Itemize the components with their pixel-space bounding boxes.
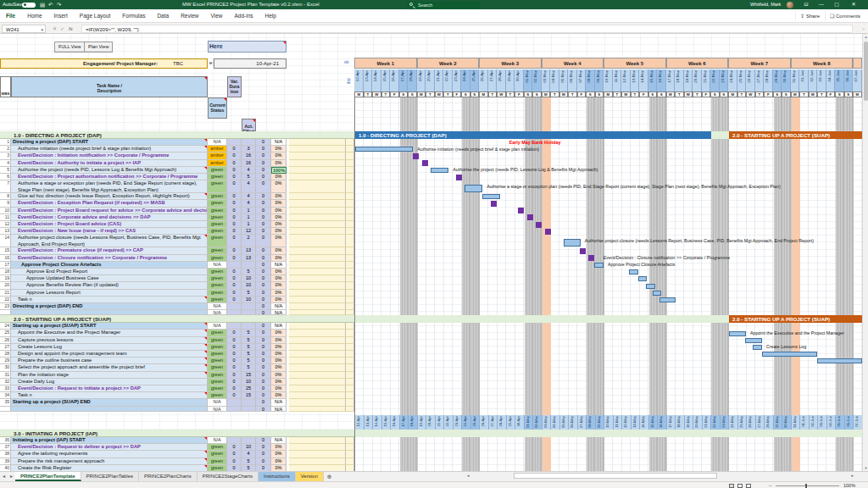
cell-current-status[interactable]: green xyxy=(208,255,227,262)
cell-pct-comp[interactable]: 0% xyxy=(271,282,287,289)
redo-icon[interactable]: ↷ xyxy=(57,0,61,9)
sheet-tab-version[interactable]: Version xyxy=(296,472,324,481)
cell-current-status[interactable]: green xyxy=(208,221,227,228)
cell-day[interactable] xyxy=(346,160,354,167)
col-header-var-duration[interactable]: Var. Dura tion xyxy=(227,76,242,97)
cell-wbs[interactable]: 3 xyxy=(0,152,11,159)
cell-current-status[interactable]: N/A xyxy=(208,437,227,444)
cell-current-status[interactable]: green xyxy=(208,458,227,465)
cell-current-status[interactable]: green xyxy=(208,167,227,174)
cell-var-act-effort[interactable]: 0 xyxy=(256,303,271,310)
cell-var-act-effort[interactable]: 0 xyxy=(256,262,271,269)
gantt-bar[interactable] xyxy=(638,276,648,281)
cell-act-effort[interactable]: 4 xyxy=(242,451,256,458)
user-name[interactable]: Whitfield, Mark xyxy=(750,0,781,9)
cell-comments[interactable] xyxy=(289,407,346,412)
cell-task-name[interactable]: Authorise the project (needs PID, Lesson… xyxy=(11,167,208,174)
cell-day[interactable] xyxy=(346,364,354,371)
cell-comments[interactable] xyxy=(289,364,346,371)
cell-act-effort[interactable]: 15 xyxy=(242,372,256,379)
cell-task-name[interactable]: Event/Decision : Project authorisation n… xyxy=(11,174,208,180)
cell-var-duration[interactable]: 0 xyxy=(227,255,242,262)
cell-act-effort[interactable]: 13 xyxy=(242,255,256,262)
gantt-bar[interactable] xyxy=(729,331,746,336)
cell-current-status[interactable]: green xyxy=(208,337,227,344)
cell-wbs[interactable]: 34 xyxy=(0,392,11,399)
cell-var-duration[interactable]: 0 xyxy=(227,465,242,471)
cell-comments[interactable] xyxy=(289,167,346,174)
cell-var-act-effort[interactable]: 0 xyxy=(256,372,271,379)
plan-view-button[interactable]: Plan View xyxy=(84,42,113,53)
cell-var-act-effort[interactable]: 0 xyxy=(256,444,271,451)
section-header-row[interactable]: 3.0 - INITIATING A PROJECT (IAP) xyxy=(0,430,354,437)
cell-day[interactable] xyxy=(346,152,354,159)
cell-task-name[interactable]: Design and appoint the project managemen… xyxy=(11,351,208,358)
cell-var-duration[interactable]: 0 xyxy=(227,337,242,344)
cell-current-status[interactable]: amber xyxy=(208,152,227,159)
section-header-row[interactable]: 2.0 - STARTING UP A PROJECT (SUAP) xyxy=(0,315,354,323)
avatar[interactable] xyxy=(787,2,793,8)
milestone-marker[interactable] xyxy=(422,160,428,166)
cell-current-status[interactable]: N/A xyxy=(208,303,227,310)
cell-pct-comp[interactable]: 0% xyxy=(271,228,287,235)
cell-var-duration[interactable] xyxy=(227,139,242,146)
milestone-marker[interactable] xyxy=(527,214,533,220)
cell-pct-comp[interactable]: 0% xyxy=(271,458,287,465)
cell-wbs[interactable]: 36 xyxy=(0,437,11,444)
cell-var-act-effort[interactable]: 0 xyxy=(256,235,271,247)
cell-comments[interactable] xyxy=(289,174,346,180)
save-icon[interactable]: ▤ xyxy=(40,0,45,9)
cell-pct-comp[interactable]: N/A xyxy=(271,407,287,412)
cell-comments[interactable] xyxy=(289,221,346,228)
cell-act-effort[interactable]: 5 xyxy=(242,344,256,351)
milestone-marker[interactable] xyxy=(456,175,462,180)
fx-icon[interactable]: fx xyxy=(69,25,73,33)
cell-pct-comp[interactable]: 0% xyxy=(271,255,287,262)
cell-day[interactable] xyxy=(346,146,354,152)
cell-task-name[interactable]: Event/Decision : Exception Plan Request … xyxy=(11,200,208,207)
cell-comments[interactable] xyxy=(289,465,346,471)
cell-wbs[interactable]: 12 xyxy=(0,221,11,228)
gantt-bar[interactable] xyxy=(653,291,662,296)
milestone-marker[interactable] xyxy=(580,248,586,254)
cell-var-act-effort[interactable]: 0 xyxy=(256,399,271,406)
cell-pct-comp[interactable]: 0% xyxy=(271,275,287,282)
cell-comments[interactable] xyxy=(289,282,346,289)
cell-var-act-effort[interactable]: 0 xyxy=(256,364,271,371)
gantt-bar[interactable] xyxy=(817,358,862,363)
cell-var-duration[interactable]: 0 xyxy=(227,379,242,385)
minimize-button[interactable]: — xyxy=(815,0,827,9)
cell-var-duration[interactable]: 0 xyxy=(227,247,242,254)
cell-current-status[interactable]: green xyxy=(208,208,227,214)
cell-day[interactable] xyxy=(346,174,354,180)
cell-var-act-effort[interactable]: 0 xyxy=(256,290,271,297)
cell-wbs[interactable]: 35 xyxy=(0,399,11,406)
cell-day[interactable] xyxy=(346,290,354,297)
cell-var-duration[interactable]: 0 xyxy=(227,146,242,152)
cell-wbs[interactable]: 37 xyxy=(0,444,11,451)
full-view-button[interactable]: FULL View xyxy=(54,42,86,53)
cell-var-duration[interactable]: 0 xyxy=(227,275,242,282)
cell-act-effort[interactable]: 4 xyxy=(242,200,256,207)
cell-day[interactable] xyxy=(346,399,354,406)
cell-comments[interactable] xyxy=(289,372,346,379)
hscroll-thumb[interactable] xyxy=(514,473,717,479)
cell-wbs[interactable]: 26 xyxy=(0,337,11,344)
zoom-out-icon[interactable]: − xyxy=(769,482,772,488)
cell-task-name[interactable]: Approve Lessons Report xyxy=(11,290,208,297)
cell-var-act-effort[interactable]: 0 xyxy=(256,297,271,303)
cell-comments[interactable] xyxy=(289,275,346,282)
cell-wbs[interactable]: 31 xyxy=(0,372,11,379)
cell-current-status[interactable]: green xyxy=(208,180,227,193)
cell-var-act-effort[interactable]: 0 xyxy=(256,139,271,146)
cell-pct-comp[interactable]: 0% xyxy=(271,214,287,221)
cancel-icon[interactable]: ✕ xyxy=(53,25,57,33)
namebox-dropdown-icon[interactable]: ▾ xyxy=(41,25,43,34)
cell-day[interactable] xyxy=(346,465,354,471)
cell-act-effort[interactable]: 16 xyxy=(242,152,256,159)
cell-current-status[interactable]: green xyxy=(208,330,227,336)
cell-comments[interactable] xyxy=(289,235,346,247)
cell-task-name[interactable]: Event/Decision : Request to deliver a pr… xyxy=(11,444,208,451)
cell-current-status[interactable]: green xyxy=(208,290,227,297)
cell-pct-comp[interactable]: 0% xyxy=(271,193,287,200)
